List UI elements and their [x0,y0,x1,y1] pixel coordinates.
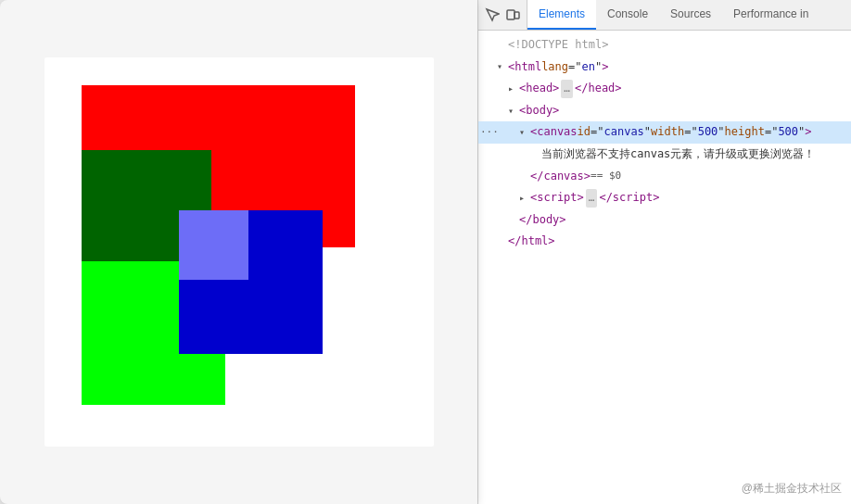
inspect-icon[interactable] [484,6,501,23]
canvas-id-cl: " [644,122,651,143]
head-close: </head> [575,79,622,99]
device-toggle-icon[interactable] [504,6,521,23]
canvas-close-tag: </canvas> [530,167,591,187]
toolbar-icons [478,0,527,30]
dom-line-script[interactable]: <script>…</script> [478,187,851,209]
canvas-id-eq: =" [591,122,603,143]
browser-viewport [0,0,477,504]
body-open: <body> [519,101,559,121]
body-close-tag: </body> [519,210,566,231]
devtools-tabs: Elements Console Sources Performance in [527,0,851,30]
svg-rect-1 [514,12,519,19]
dom-line-html-close[interactable]: </html> [478,231,851,253]
script-open: <script> [530,188,584,208]
dom-tree: <!DOCTYPE html> <html lang="en" > <head>… [478,31,851,504]
canvas-id-val: canvas [603,122,643,143]
dom-line-doctype[interactable]: <!DOCTYPE html> [478,34,851,57]
dom-line-canvas-text[interactable]: 当前浏览器不支持canvas元素，请升级或更换浏览器！ [478,144,851,166]
svg-rect-0 [507,10,514,19]
dom-line-html[interactable]: <html lang="en" > [478,57,851,79]
canvas-h-val: 500 [778,122,798,143]
canvas-drawing [44,57,434,447]
head-open: <head> [519,79,559,99]
watermark: @稀土掘金技术社区 [742,481,842,497]
tab-console[interactable]: Console [596,0,659,30]
html-attr-name: lang [541,57,568,78]
html-tag-close: > [602,57,608,78]
triangle-script[interactable] [519,190,528,207]
html-tag: <html [508,57,541,78]
tab-sources[interactable]: Sources [659,0,722,30]
devtools-toolbar: Elements Console Sources Performance in [478,0,851,31]
canvas-fallback-text: 当前浏览器不支持canvas元素，请升级或更换浏览器！ [541,145,815,165]
doctype-text: <!DOCTYPE html> [508,35,608,56]
lightblue-rectangle [179,210,248,280]
dom-line-body[interactable]: <body> [478,100,851,122]
html-attr-eq: =" [568,57,581,78]
triangle-body[interactable] [508,103,517,120]
html-attr-close: " [595,57,602,78]
html-close-tag: </html> [508,232,555,252]
triangle-html[interactable] [497,58,506,75]
tab-performance[interactable]: Performance in [722,0,819,30]
dom-line-head[interactable]: <head>…</head> [478,78,851,100]
canvas-w-val: 500 [698,122,718,143]
dom-line-canvas-close[interactable]: </canvas> == $0 [478,166,851,188]
triangle-head[interactable] [508,81,517,97]
canvas-dollar-zero: == $0 [591,167,621,185]
head-expand[interactable]: … [561,80,573,98]
canvas-open-end: > [805,122,811,143]
dom-line-canvas[interactable]: ··· <canvas id="canvas" width="500" heig… [478,121,851,144]
canvas-h-cl: " [798,122,805,143]
dom-line-body-close[interactable]: </body> [478,209,851,232]
html-attr-value: en [581,57,594,78]
script-expand[interactable]: … [586,189,598,208]
canvas-id-name: id [578,122,591,143]
canvas-h-name: height [725,122,765,143]
canvas-line-dots: ··· [480,123,499,142]
script-close: </script> [599,188,659,208]
devtools-panel: Elements Console Sources Performance in … [477,0,851,504]
canvas-w-cl: " [718,122,724,143]
canvas-w-name: width [651,122,684,143]
canvas-open: <canvas [530,122,578,143]
triangle-canvas[interactable] [519,124,528,141]
tab-elements[interactable]: Elements [527,0,596,30]
canvas-h-eq: =" [765,122,778,143]
canvas-w-eq: =" [684,122,697,143]
